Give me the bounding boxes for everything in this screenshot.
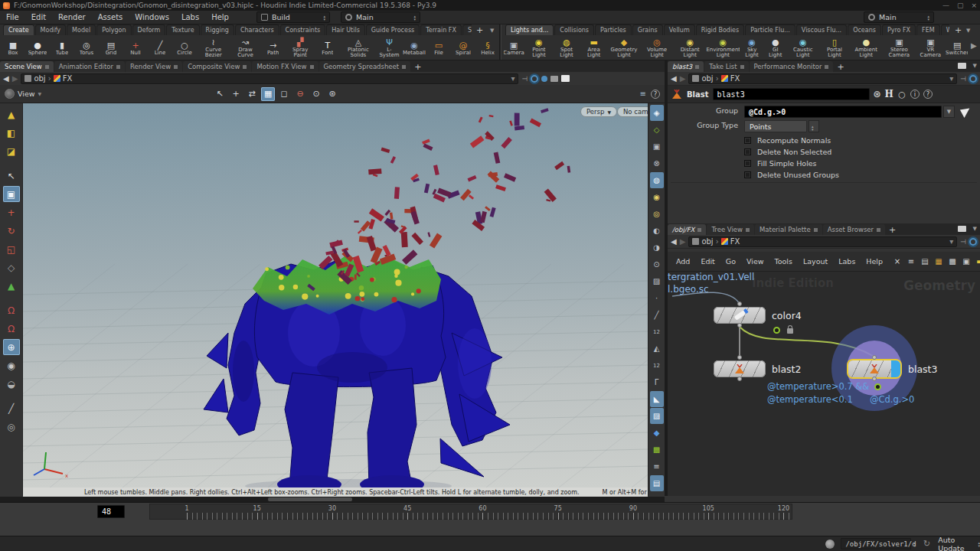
drag-objects-icon[interactable]: ⇄ [245, 87, 259, 101]
menu-render[interactable]: Render [52, 11, 92, 24]
chevron-down-icon[interactable]: ▾ [949, 237, 953, 246]
ghost-other-objects-icon[interactable]: ◇ [650, 122, 664, 138]
shelf-tool-null[interactable]: +Null [126, 41, 145, 56]
network-menu-view[interactable]: View [741, 257, 769, 266]
materials-icon[interactable]: ⊙ [650, 256, 664, 272]
tab-indicator-icon[interactable] [746, 228, 750, 232]
shelf-tab-modify[interactable]: Modify [35, 24, 67, 35]
shelf-add-tab-button-2[interactable]: + [952, 25, 965, 35]
tab-indicator-icon[interactable] [310, 65, 314, 69]
view-menu-label[interactable]: View [18, 90, 35, 98]
stroke-tool-icon[interactable]: ╱ [3, 400, 20, 416]
shelf-tool-sky-light[interactable]: ◉Sky Light [740, 37, 763, 58]
shelf-tab-deform[interactable]: Deform [132, 24, 166, 35]
scale-icon[interactable]: ◱ [3, 241, 20, 257]
tab-indicator-icon[interactable] [740, 65, 744, 69]
channel-sliders-icon[interactable]: ≡ [640, 90, 646, 98]
tab-indicator-icon[interactable] [116, 65, 120, 69]
photo-icon[interactable]: ▨ [650, 273, 664, 289]
desktop-selector[interactable]: Build ▴▾ [256, 11, 330, 23]
search-icon[interactable]: ○ [897, 90, 906, 99]
node-input-dot[interactable] [872, 355, 877, 360]
primitive-state-icon[interactable]: ▲ [3, 278, 20, 294]
color-palette-icon[interactable]: ▦ [933, 256, 945, 267]
menu-labs[interactable]: Labs [175, 11, 205, 24]
menu-assets[interactable]: Assets [92, 11, 129, 24]
display-flags-icon[interactable]: ≡ [905, 256, 917, 267]
snap-magnet-icon[interactable]: Ω [3, 302, 20, 318]
shelf-tab-texture[interactable]: Texture [166, 24, 199, 35]
node-label-blast2[interactable]: blast2 [772, 364, 801, 375]
shelf-tool-metaball[interactable]: ◉Metaball [404, 41, 424, 56]
shelf-tab-grains[interactable]: Grains [632, 24, 663, 35]
shelf-tool-stereo-camera[interactable]: ▣Stereo Camera [884, 37, 914, 58]
pose-icon[interactable]: ◇ [3, 259, 20, 276]
crop-view-icon[interactable]: ◆ [650, 425, 664, 441]
group-dropdown-icon[interactable]: ▼ [943, 106, 955, 118]
network-menu-help[interactable]: Help [861, 257, 888, 266]
radial-menu-icon[interactable] [969, 75, 977, 83]
new-pane-tab-button[interactable]: + [411, 62, 424, 72]
menu-windows[interactable]: Windows [129, 11, 175, 24]
point-markers-icon[interactable]: · [650, 290, 664, 306]
forward-icon[interactable]: ▶ [680, 74, 686, 83]
shelf-tab-rigid-bodies[interactable]: Rigid Bodies [696, 24, 744, 35]
shade-open-curves-icon[interactable]: ◣ [650, 391, 664, 407]
shelf-tool-ambient-light[interactable]: ●Ambient Light [851, 37, 881, 58]
node-blast3[interactable] [848, 360, 900, 377]
shelf-tool-geometry-light[interactable]: ◆Geometry Light [609, 37, 639, 58]
shelf-tool-platonic-solids[interactable]: ◬Platonic Solids [342, 37, 374, 58]
xray-icon[interactable]: ⊗ [650, 155, 664, 171]
breadcrumb-node[interactable]: FX [63, 74, 73, 83]
projection-selector[interactable]: Persp▼ [580, 106, 617, 117]
status-path-spinner[interactable]: ▴▾ [913, 541, 916, 547]
main-selector[interactable]: Main ▴▾ [341, 11, 420, 23]
lock-camera-icon[interactable]: ▣ [650, 139, 664, 155]
network-menu-tools[interactable]: Tools [769, 257, 798, 266]
shelf-tab-particle-flu-[interactable]: Particle Flu... [745, 24, 795, 35]
grid-layout-icon[interactable]: ▩ [946, 256, 959, 267]
shelf-tool-l-system[interactable]: ΨL-System [379, 37, 400, 58]
high-quality-light-icon[interactable]: ◐ [650, 223, 664, 239]
tab-indicator-icon[interactable] [174, 65, 178, 69]
shelf-tab-characters[interactable]: Characters [235, 24, 279, 35]
shelf-tool-vr-camera[interactable]: ▣VR Camera [916, 37, 944, 58]
forward-icon[interactable]: ▶ [12, 74, 18, 83]
display-settings-icon[interactable]: ⊛ [325, 87, 339, 101]
shelf-tool-box[interactable]: ■Box [3, 41, 23, 56]
menu-file[interactable]: File [0, 11, 25, 24]
shelf-tab-model[interactable]: Model [67, 24, 96, 35]
checkbox-recompute-normals[interactable] [744, 137, 751, 144]
shelf-tab-collisions[interactable]: Collisions [554, 24, 594, 35]
forward-icon[interactable]: ▶ [680, 237, 686, 246]
shelf-tool-spiral[interactable]: @Spiral [453, 41, 473, 56]
close-button[interactable]: × [971, 2, 977, 9]
view-tool-icon[interactable]: ▲ [3, 106, 20, 122]
pane-layout-icon[interactable] [958, 63, 966, 69]
node-blast2[interactable] [714, 360, 766, 377]
menu-edit[interactable]: Edit [25, 11, 52, 24]
pin-icon[interactable]: ⊣ [521, 75, 528, 83]
link-indicator-icon[interactable] [541, 76, 547, 82]
shelf-tool-grid[interactable]: ▤Grid [101, 41, 121, 56]
network-menu-add[interactable]: Add [671, 257, 695, 266]
shelf-tool-point-light[interactable]: ◉Point Light [526, 37, 552, 58]
tab-indicator-icon[interactable] [825, 65, 828, 69]
back-icon[interactable]: ◀ [671, 74, 677, 83]
pane-tab-blast3[interactable]: blast3 [668, 61, 704, 72]
shelf-tool-caustic-light[interactable]: ◉Caustic Light [788, 37, 818, 58]
checkbox-delete-non-selected[interactable] [744, 148, 751, 155]
view-menu-icon[interactable] [5, 89, 15, 99]
shelf-tool-line[interactable]: ╱Line [150, 41, 170, 56]
shelf-tool-file[interactable]: ▭File [429, 41, 449, 56]
breadcrumb-node[interactable]: FX [730, 74, 740, 83]
breadcrumb[interactable]: obj › FX ▾ [688, 73, 957, 84]
render-stop-icon[interactable]: ⊖ [293, 87, 307, 101]
network-menu-edit[interactable]: Edit [695, 257, 720, 266]
tab-indicator-icon[interactable] [814, 228, 818, 232]
secure-selection-lock-icon[interactable]: ▣ [3, 186, 20, 202]
shelf-tab-simple-fx[interactable]: Simple FX [462, 24, 472, 35]
network-editor[interactable]: Indie Edition Geometry tergration_v01.Ve… [668, 272, 980, 496]
select-objects-icon[interactable]: ◪ [3, 143, 20, 159]
headlight-icon[interactable]: ◉ [650, 189, 664, 205]
